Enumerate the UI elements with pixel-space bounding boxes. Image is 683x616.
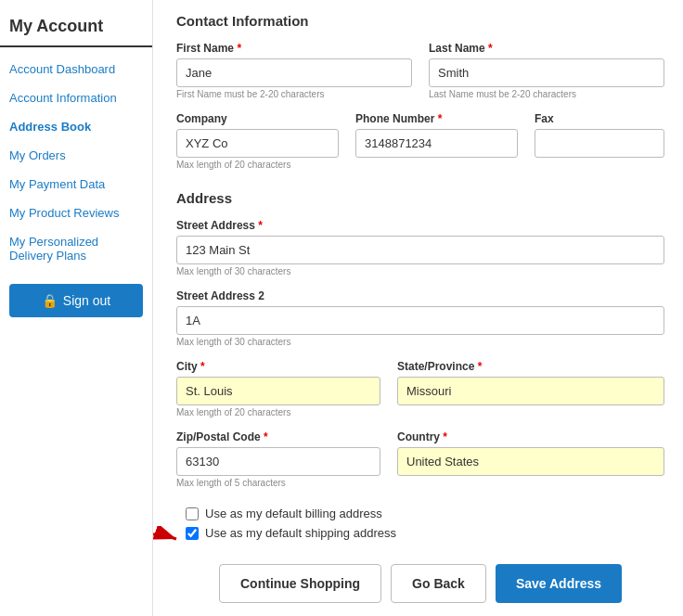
last-name-hint: Last Name must be 2-20 characters (429, 89, 664, 99)
checkboxes-section: Use as my default billing address Use (176, 507, 664, 545)
signout-label: Sign out (63, 293, 110, 308)
street2-input[interactable] (176, 306, 664, 335)
go-back-button[interactable]: Go Back (391, 564, 486, 603)
shipping-checkbox-row: Use as my default shipping address (186, 526, 396, 540)
sidebar-item-my-payment-data[interactable]: My Payment Data (0, 170, 152, 199)
last-name-input[interactable] (429, 58, 664, 87)
sidebar-item-account-dashboard[interactable]: Account Dashboard (0, 55, 152, 83)
last-name-label: Last Name * (429, 42, 664, 55)
state-input[interactable] (397, 377, 664, 405)
phone-label: Phone Number * (355, 112, 518, 125)
city-label: City * (176, 360, 380, 373)
buttons-row: Continue Shopping Go Back Save Address (176, 564, 664, 603)
sidebar: My Account Account Dashboard Account Inf… (0, 0, 153, 616)
address-section-title: Address (176, 190, 664, 206)
signout-button[interactable]: 🔒 Sign out (9, 284, 143, 317)
billing-checkbox[interactable] (186, 507, 199, 520)
company-input[interactable] (176, 129, 339, 158)
sidebar-item-my-orders[interactable]: My Orders (0, 141, 152, 170)
zip-hint: Max length of 5 characters (176, 478, 380, 488)
company-label: Company (176, 112, 339, 125)
street2-hint: Max length of 30 characters (176, 337, 664, 347)
phone-input[interactable] (355, 129, 518, 158)
first-name-input[interactable] (176, 58, 412, 87)
billing-label[interactable]: Use as my default billing address (205, 507, 382, 520)
sidebar-item-account-information[interactable]: Account Information (0, 83, 152, 112)
street2-label: Street Address 2 (176, 289, 664, 302)
arrow-indicator (153, 526, 183, 552)
sidebar-item-my-personalized-delivery-plans[interactable]: My Personalized Delivery Plans (0, 227, 152, 270)
billing-checkbox-row: Use as my default billing address (186, 507, 664, 520)
street1-input[interactable] (176, 236, 664, 264)
zip-input[interactable] (176, 447, 380, 476)
country-input[interactable] (397, 447, 664, 476)
sidebar-title: My Account (0, 9, 152, 47)
first-name-label: First Name * (176, 42, 412, 55)
state-label: State/Province * (397, 360, 664, 373)
country-label: Country * (397, 430, 664, 443)
shipping-checkbox[interactable] (186, 527, 199, 540)
fax-label: Fax (535, 112, 664, 125)
first-name-hint: First Name must be 2-20 characters (176, 89, 412, 99)
city-input[interactable] (176, 377, 380, 405)
shipping-label[interactable]: Use as my default shipping address (205, 526, 396, 540)
continue-shopping-button[interactable]: Continue Shopping (219, 564, 381, 603)
fax-input[interactable] (535, 129, 664, 158)
main-content: Contact Information First Name * First N… (153, 0, 683, 616)
company-hint: Max length of 20 characters (176, 160, 339, 170)
contact-section-title: Contact Information (176, 13, 664, 29)
street1-label: Street Address * (176, 219, 664, 232)
save-address-button[interactable]: Save Address (496, 564, 622, 603)
lock-icon: 🔒 (42, 293, 58, 308)
city-hint: Max length of 20 characters (176, 407, 380, 417)
street1-hint: Max length of 30 characters (176, 266, 664, 276)
sidebar-item-address-book[interactable]: Address Book (0, 112, 152, 141)
sidebar-item-my-product-reviews[interactable]: My Product Reviews (0, 199, 152, 227)
zip-label: Zip/Postal Code * (176, 430, 380, 443)
